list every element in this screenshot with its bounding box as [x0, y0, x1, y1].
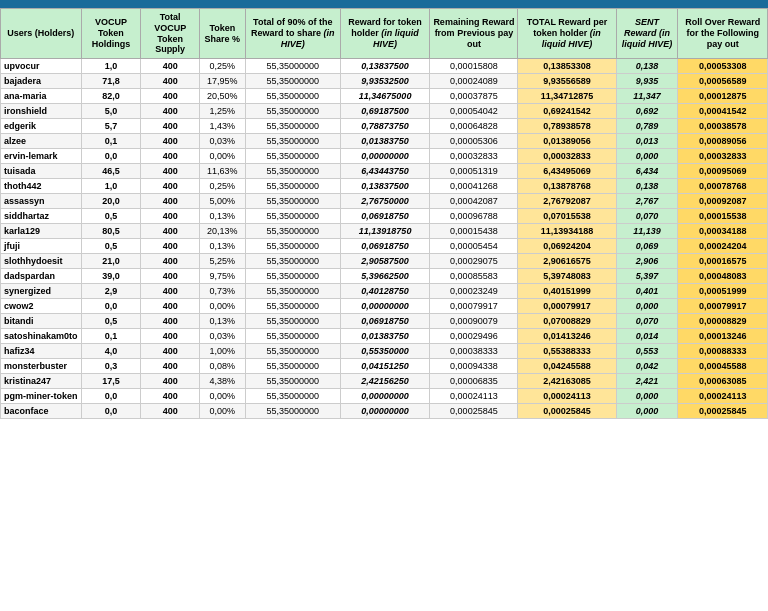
- table-cell: pgm-miner-token: [1, 389, 82, 404]
- table-cell: 0,00005454: [430, 239, 518, 254]
- table-row: upvocur1,04000,25%55,350000000,138375000…: [1, 59, 768, 74]
- table-row: edgerik5,74001,43%55,350000000,788737500…: [1, 119, 768, 134]
- table-cell: 5,7: [81, 119, 141, 134]
- table-cell: 55,35000000: [245, 329, 340, 344]
- col-header-reward-token: Reward for token holder (in liquid HIVE): [340, 9, 430, 59]
- table-cell: 0,013: [616, 134, 678, 149]
- table-cell: 400: [141, 254, 200, 269]
- table-cell: 1,00%: [199, 344, 245, 359]
- table-cell: 1,43%: [199, 119, 245, 134]
- table-cell: 0,13878768: [518, 179, 616, 194]
- table-cell: 71,8: [81, 74, 141, 89]
- table-row: ironshield5,04001,25%55,350000000,691875…: [1, 104, 768, 119]
- table-cell: 0,78938578: [518, 119, 616, 134]
- table-cell: 0,00038578: [678, 119, 768, 134]
- table-cell: 0,00029075: [430, 254, 518, 269]
- table-cell: 55,35000000: [245, 104, 340, 119]
- table-cell: 0,55388333: [518, 344, 616, 359]
- table-cell: 0,5: [81, 209, 141, 224]
- table-cell: 0,00015438: [430, 224, 518, 239]
- table-cell: 0,25%: [199, 179, 245, 194]
- table-cell: 0,00032833: [518, 149, 616, 164]
- table-cell: 11,139: [616, 224, 678, 239]
- table-cell: 400: [141, 209, 200, 224]
- table-cell: kristina247: [1, 374, 82, 389]
- table-cell: ana-maria: [1, 89, 82, 104]
- table-cell: 0,00032833: [678, 149, 768, 164]
- table-cell: 0,00029496: [430, 329, 518, 344]
- table-cell: 0,01383750: [340, 134, 430, 149]
- table-cell: 11,34675000: [340, 89, 430, 104]
- table-cell: 400: [141, 104, 200, 119]
- table-cell: 55,35000000: [245, 299, 340, 314]
- col-header-rollover: Roll Over Reward for the Following pay o…: [678, 9, 768, 59]
- col-header-total90: Total of 90% of the Reward to share (in …: [245, 9, 340, 59]
- table-cell: 20,50%: [199, 89, 245, 104]
- table-cell: 0,00085583: [430, 269, 518, 284]
- table-cell: 0,40128750: [340, 284, 430, 299]
- table-cell: 55,35000000: [245, 134, 340, 149]
- table-cell: 4,0: [81, 344, 141, 359]
- table-cell: 0,401: [616, 284, 678, 299]
- table-cell: alzee: [1, 134, 82, 149]
- table-cell: 0,00015538: [678, 209, 768, 224]
- table-row: satoshinakam0to0,14000,03%55,350000000,0…: [1, 329, 768, 344]
- table-cell: 2,90616575: [518, 254, 616, 269]
- table-cell: bajadera: [1, 74, 82, 89]
- table-cell: 0,0: [81, 299, 141, 314]
- table-cell: 400: [141, 329, 200, 344]
- table-cell: 46,5: [81, 164, 141, 179]
- table-cell: 80,5: [81, 224, 141, 239]
- table-cell: 0,00094338: [430, 359, 518, 374]
- table-cell: 0,138: [616, 179, 678, 194]
- table-cell: 0,000: [616, 389, 678, 404]
- table-cell: 0,0: [81, 404, 141, 419]
- table-cell: 0,00%: [199, 299, 245, 314]
- table-body: upvocur1,04000,25%55,350000000,138375000…: [1, 59, 768, 419]
- table-cell: ironshield: [1, 104, 82, 119]
- col-header-user: Users (Holders): [1, 9, 82, 59]
- table-cell: 0,000: [616, 299, 678, 314]
- table-cell: 55,35000000: [245, 119, 340, 134]
- table-cell: 0,00034188: [678, 224, 768, 239]
- table-cell: 2,421: [616, 374, 678, 389]
- table-cell: 55,35000000: [245, 194, 340, 209]
- table-cell: 0,00079917: [430, 299, 518, 314]
- table-cell: 5,397: [616, 269, 678, 284]
- col-header-sent: SENT Reward (in liquid HIVE): [616, 9, 678, 59]
- table-row: tuisada46,540011,63%55,350000006,4344375…: [1, 164, 768, 179]
- table-cell: 4,38%: [199, 374, 245, 389]
- table-cell: 0,00%: [199, 149, 245, 164]
- table-cell: 55,35000000: [245, 389, 340, 404]
- table-cell: 0,13853308: [518, 59, 616, 74]
- table-cell: 6,434: [616, 164, 678, 179]
- table-cell: 400: [141, 269, 200, 284]
- table-cell: bitandi: [1, 314, 82, 329]
- table-cell: 0,00096788: [430, 209, 518, 224]
- table-cell: 0,00051319: [430, 164, 518, 179]
- table-cell: 0,06924204: [518, 239, 616, 254]
- table-cell: 400: [141, 359, 200, 374]
- table-row: assassyn20,04005,00%55,350000002,7675000…: [1, 194, 768, 209]
- table-cell: slothhydoesit: [1, 254, 82, 269]
- table-cell: 82,0: [81, 89, 141, 104]
- table-cell: 55,35000000: [245, 404, 340, 419]
- table-row: karla12980,540020,13%55,3500000011,13918…: [1, 224, 768, 239]
- table-cell: 2,76792087: [518, 194, 616, 209]
- table-cell: monsterbuster: [1, 359, 82, 374]
- table-cell: 9,75%: [199, 269, 245, 284]
- table-cell: 0,00089056: [678, 134, 768, 149]
- page: Users (Holders) VOCUP Token Holdings Tot…: [0, 0, 768, 611]
- table-cell: 55,35000000: [245, 374, 340, 389]
- table-cell: 400: [141, 59, 200, 74]
- col-header-remaining: Remaining Reward from Previous pay out: [430, 9, 518, 59]
- table-cell: 0,13%: [199, 209, 245, 224]
- table-row: ervin-lemark0,04000,00%55,350000000,0000…: [1, 149, 768, 164]
- table-cell: 5,39662500: [340, 269, 430, 284]
- table-cell: 11,34712875: [518, 89, 616, 104]
- table-row: alzee0,14000,03%55,350000000,013837500,0…: [1, 134, 768, 149]
- table-cell: upvocur: [1, 59, 82, 74]
- table-cell: 0,01383750: [340, 329, 430, 344]
- header: [0, 0, 768, 8]
- table-cell: 0,13837500: [340, 59, 430, 74]
